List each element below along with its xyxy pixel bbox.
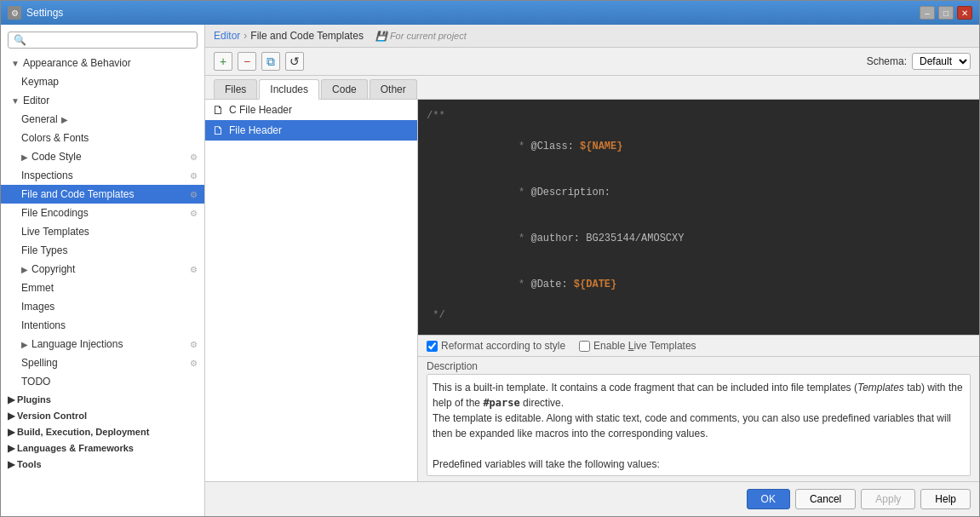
sidebar-label: TODO <box>21 376 50 388</box>
live-templates-checkbox[interactable] <box>579 341 590 352</box>
sidebar-item-language-injections[interactable]: ▶ Language Injections ⚙ <box>1 335 204 353</box>
code-line: */ <box>427 307 971 323</box>
settings-icon: ⚙ <box>190 359 198 368</box>
remove-button[interactable]: − <box>238 52 256 71</box>
code-editor[interactable]: /** * @Class: ${NAME} * @Description: * … <box>418 100 979 335</box>
reformat-checkbox[interactable] <box>427 341 438 352</box>
panel-content: 🗋 C File Header 🗋 File Header /** * @Cl <box>205 100 979 481</box>
code-line: * @Class: ${NAME} <box>427 124 971 169</box>
description-area: Description This is a built-in template.… <box>418 356 979 481</box>
help-button[interactable]: Help <box>920 489 971 509</box>
list-item[interactable]: 🗋 File Header <box>205 120 417 141</box>
sidebar-item-build-execution[interactable]: ▶ Build, Execution, Deployment <box>1 423 204 439</box>
sidebar-label: Colors & Fonts <box>21 132 89 144</box>
file-name: C File Header <box>229 104 292 116</box>
code-line: * @author: BG235144/AMOSCXY <box>427 215 971 261</box>
search-box[interactable]: 🔍 <box>8 32 198 49</box>
sidebar-item-version-control[interactable]: ▶ Version Control <box>1 407 204 423</box>
sidebar-item-copyright[interactable]: ▶ Copyright ⚙ <box>1 260 204 279</box>
breadcrumb-current: File and Code Templates <box>250 30 364 42</box>
list-item[interactable]: 🗋 C File Header <box>205 100 417 120</box>
settings-icon: ⚙ <box>190 340 198 349</box>
sidebar-label: Live Templates <box>21 226 89 238</box>
sidebar-item-general[interactable]: General ▶ <box>1 110 204 129</box>
settings-window: ⚙ Settings – □ ✕ 🔍 ▼ Appearance & Behavi… <box>0 0 980 517</box>
code-line: * @Date: ${DATE} <box>427 261 971 307</box>
search-input[interactable] <box>30 34 192 46</box>
reformat-label: Reformat according to style <box>441 340 565 352</box>
settings-icon: ⚙ <box>190 265 198 274</box>
sidebar-label: Intentions <box>21 319 66 331</box>
code-variable: ${NAME} <box>580 141 622 152</box>
schema-select[interactable]: Default <box>912 53 971 70</box>
title-bar-controls: – □ ✕ <box>920 6 972 20</box>
settings-icon: ⚙ <box>190 152 198 162</box>
sidebar-item-plugins[interactable]: ▶ Plugins <box>1 391 204 407</box>
expand-arrow: ▶ <box>21 265 28 274</box>
sidebar-item-spelling[interactable]: Spelling ⚙ <box>1 353 204 372</box>
sidebar-label: Language Injections <box>32 338 123 350</box>
tab-bar: Files Includes Code Other <box>205 76 979 100</box>
reset-button[interactable]: ↺ <box>285 52 304 71</box>
file-list: 🗋 C File Header 🗋 File Header <box>205 100 418 481</box>
reformat-option[interactable]: Reformat according to style <box>427 340 565 352</box>
expand-arrow: ▶ <box>21 152 28 162</box>
sidebar-item-images[interactable]: Images <box>1 297 204 316</box>
maximize-button[interactable]: □ <box>938 6 954 20</box>
settings-icon: ⚙ <box>190 209 198 218</box>
tab-code[interactable]: Code <box>321 79 368 99</box>
button-bar: OK Cancel Apply Help <box>205 481 979 516</box>
sidebar-item-file-encodings[interactable]: File Encodings ⚙ <box>1 204 204 222</box>
sidebar-item-keymap[interactable]: Keymap <box>1 72 204 91</box>
sidebar-item-live-templates[interactable]: Live Templates <box>1 222 204 241</box>
sidebar-item-file-code-templates[interactable]: File and Code Templates ⚙ <box>1 185 204 204</box>
tab-includes[interactable]: Includes <box>259 79 319 100</box>
sidebar-item-inspections[interactable]: Inspections ⚙ <box>1 166 204 185</box>
sidebar-item-code-style[interactable]: ▶ Code Style ⚙ <box>1 147 204 166</box>
apply-button[interactable]: Apply <box>861 489 915 509</box>
copy-button[interactable]: ⧉ <box>261 52 280 71</box>
sidebar-item-editor[interactable]: ▼ Editor <box>1 91 204 110</box>
sidebar-item-todo[interactable]: TODO <box>1 372 204 391</box>
sidebar-label: Spelling <box>21 357 58 369</box>
breadcrumb: Editor › File and Code Templates 💾 For c… <box>205 25 979 48</box>
code-variable: ${DATE} <box>574 279 616 290</box>
toolbar: + − ⧉ ↺ Schema: Default <box>205 48 979 76</box>
file-icon: 🗋 <box>212 124 224 137</box>
sidebar-item-appearance[interactable]: ▼ Appearance & Behavior <box>1 54 204 72</box>
description-label: Description <box>418 357 979 374</box>
live-templates-label: Enable Live Templates <box>593 340 696 352</box>
italic-text: Templates <box>857 382 904 393</box>
code-comment: * <box>513 233 531 244</box>
breadcrumb-separator: › <box>244 30 247 42</box>
sidebar-label: File Types <box>21 244 67 256</box>
sidebar-item-emmet[interactable]: Emmet <box>1 279 204 297</box>
project-note: 💾 For current project <box>375 31 467 42</box>
minimize-button[interactable]: – <box>920 6 935 20</box>
sidebar-item-intentions[interactable]: Intentions <box>1 316 204 335</box>
code-annotation: @Description: <box>530 187 610 198</box>
sidebar-item-colors-fonts[interactable]: Colors & Fonts <box>1 129 204 147</box>
main-panel: Editor › File and Code Templates 💾 For c… <box>205 25 979 516</box>
ok-button[interactable]: OK <box>747 489 790 509</box>
parse-directive: #parse <box>483 397 519 409</box>
expand-arrow: ▶ <box>8 427 14 437</box>
close-button[interactable]: ✕ <box>957 6 972 20</box>
code-annotation: @Date: <box>530 279 573 290</box>
sidebar-label: Copyright <box>32 263 75 275</box>
settings-icon: ⚙ <box>190 171 198 181</box>
breadcrumb-editor[interactable]: Editor <box>214 30 240 42</box>
sidebar-label: General <box>21 113 58 125</box>
expand-arrow: ▶ <box>8 443 14 453</box>
tab-other[interactable]: Other <box>370 79 417 99</box>
title-bar: ⚙ Settings – □ ✕ <box>1 1 979 25</box>
sidebar-label: File and Code Templates <box>21 188 135 200</box>
sidebar-item-file-types[interactable]: File Types <box>1 241 204 260</box>
sidebar-label: File Encodings <box>21 207 89 219</box>
add-button[interactable]: + <box>214 52 232 71</box>
live-templates-option[interactable]: Enable Live Templates <box>579 340 696 352</box>
sidebar-item-tools[interactable]: ▶ Tools <box>1 456 204 472</box>
cancel-button[interactable]: Cancel <box>795 489 856 509</box>
sidebar-item-languages-frameworks[interactable]: ▶ Languages & Frameworks <box>1 439 204 456</box>
tab-files[interactable]: Files <box>214 79 257 99</box>
